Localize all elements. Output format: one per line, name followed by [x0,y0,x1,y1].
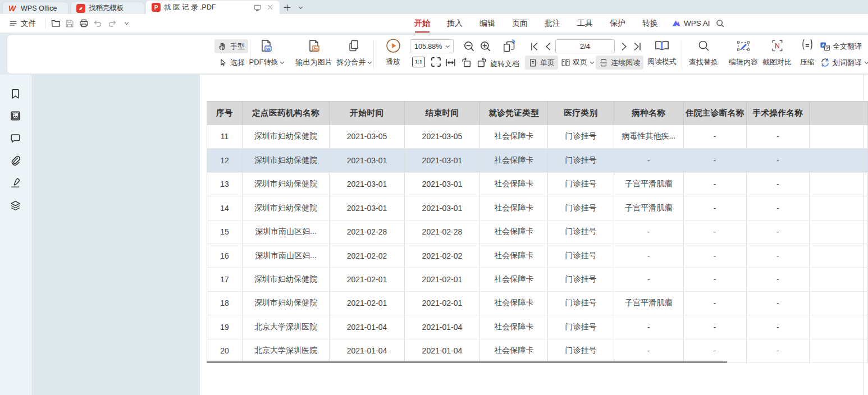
attachments-panel-button[interactable] [10,155,21,169]
wps-ai-button[interactable]: WPS AI [671,14,710,33]
pdf-convert-button[interactable]: W PDF转换 [245,39,287,67]
split-merge-icon [346,39,361,53]
open-file-button[interactable] [49,14,62,33]
read-mode-book-icon [654,38,670,53]
zoom-out-button[interactable] [463,40,476,55]
layers-panel-button[interactable] [10,200,21,214]
edit-content-button[interactable]: 编辑内容 [725,39,761,67]
table-cell: - [683,315,746,339]
undo-icon [93,19,103,29]
menu-insert[interactable]: 插入 [447,19,463,29]
rotate-right-button[interactable] [476,57,488,71]
read-mode-button[interactable]: 阅读模式 [644,38,680,67]
undo-button[interactable] [92,14,104,33]
next-page-button[interactable] [618,41,629,54]
play-button[interactable]: 播放 [379,38,407,67]
continuous-read-icon [599,58,608,67]
present-on-monitor-icon[interactable] [253,3,262,12]
save-button[interactable] [63,14,76,33]
single-page-button[interactable]: 单页 [525,56,558,70]
single-page-label: 单页 [540,58,555,68]
table-cell: 14 [207,196,243,220]
read-mode-label: 阅读模式 [647,57,677,67]
pdf-convert-label: PDF转换 [249,57,278,67]
rotate-left-button[interactable] [460,57,472,71]
table-cell: 2021-01-04 [330,339,404,362]
table-row: 16深圳市南山区妇...2021-02-022021-02-02社会保障卡门诊挂… [207,244,868,267]
bookmarks-panel-button[interactable] [10,88,21,102]
table-cell [810,220,868,244]
zoom-level-select[interactable]: 105.88% [410,39,454,53]
table-cell: 门诊挂号 [548,291,614,315]
tab-list-chevron-icon[interactable] [295,1,305,14]
tab-docer-templates[interactable]: 找稻壳模板 [70,2,144,14]
thumbnails-panel-button[interactable] [10,110,21,124]
table-cell: 深圳市妇幼保健院 [242,291,329,315]
column-header: 结束时间 [404,102,479,125]
table-cell: - [683,196,746,220]
chevron-down-icon [865,60,868,64]
select-tool-button[interactable]: 选择 [214,56,248,70]
menu-search-button[interactable] [715,14,725,33]
fit-width-button[interactable] [445,57,456,71]
table-cell: - [614,244,683,267]
double-page-button[interactable]: 双页 [561,57,593,67]
export-image-button[interactable]: 输出为图片 [291,39,337,67]
rotate-left-icon [460,57,472,68]
table-cell: - [683,125,746,149]
menu-page[interactable]: 页面 [512,19,528,29]
column-header [810,102,868,125]
file-menu[interactable]: 文件 [9,14,36,33]
pdf-page[interactable]: 序号定点医药机构名称开始时间结束时间就诊凭证类型医疗类别病种名称住院主诊断名称手… [200,75,868,395]
first-page-button[interactable] [529,41,540,54]
table-cell: 2021-02-28 [404,220,479,244]
tab-wps-office[interactable]: W WPS Office [2,2,68,14]
table-cell: 深圳市南山区妇... [242,220,329,244]
compress-button[interactable]: 压缩 [793,39,822,67]
last-page-button[interactable] [632,41,643,54]
menu-edit[interactable]: 编辑 [479,19,495,29]
rotate-document-label[interactable]: 旋转文档 [490,59,519,69]
menu-comment[interactable]: 批注 [545,19,560,29]
table-cell: 社会保障卡 [480,149,548,172]
close-tab-icon[interactable] [266,3,274,11]
hand-tool-button[interactable]: 手型 [214,39,248,53]
actual-size-button[interactable]: 1:1 [412,57,425,67]
table-cell: 2021-03-01 [330,149,404,172]
new-tab-button[interactable] [280,1,295,14]
page-number-input[interactable]: 2/4 [555,39,615,53]
menu-tools[interactable]: 工具 [577,19,593,29]
signature-panel-button[interactable] [10,177,21,191]
rotate-pages-button[interactable] [502,39,518,57]
fit-page-button[interactable] [430,56,442,71]
content-area: 序号定点医药机构名称开始时间结束时间就诊凭证类型医疗类别病种名称住院主诊断名称手… [0,75,868,395]
column-header: 就诊凭证类型 [480,102,548,125]
table-cell [810,244,868,267]
menu-convert[interactable]: 转换 [642,19,658,29]
quick-access-chevron-icon[interactable] [120,14,132,33]
menu-protect[interactable]: 保护 [610,19,625,29]
continuous-read-button[interactable]: 连续阅读 [596,56,643,70]
zoom-in-button[interactable] [479,40,492,55]
table-cell: 15 [207,220,243,244]
rotate-pages-icon [502,39,518,54]
find-replace-button[interactable]: 查找替换 [686,39,721,67]
play-label: 播放 [386,57,400,67]
comments-panel-button[interactable] [10,132,21,146]
print-button[interactable] [77,14,90,33]
redo-button[interactable] [106,14,118,33]
screenshot-compare-button[interactable]: 截图对比 [759,39,795,67]
rotate-right-icon [476,57,488,68]
toolbar: 手型 选择 W PDF转换 输出为图片 拆分合并 播放 105.88% 1:1 [7,34,868,74]
table-cell: 2021-02-01 [330,291,404,315]
previous-page-button[interactable] [543,41,554,54]
word-translate-button[interactable]: xA 划词翻译 [820,57,868,68]
table-cell [810,268,868,291]
split-merge-button[interactable]: 拆分合并 [332,39,375,67]
menu-home[interactable]: 开始 [414,19,430,29]
table-cell: 2021-03-01 [330,172,404,196]
tab-document-pdf[interactable]: P 就 医 记 录 .PDF [146,1,280,14]
folder-open-icon [51,18,61,29]
divider [45,19,45,29]
full-translate-button[interactable]: A 全文翻译 [820,41,862,52]
